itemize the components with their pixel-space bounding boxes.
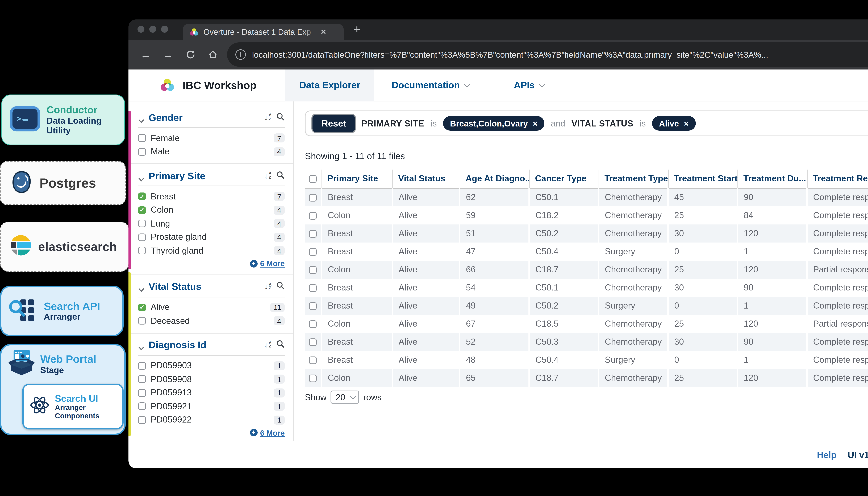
facet-option[interactable]: PD0599081 bbox=[138, 372, 285, 386]
site-info-icon[interactable]: i bbox=[236, 49, 246, 60]
column-header[interactable]: Treatment Re... bbox=[807, 170, 868, 188]
checkbox-unchecked[interactable] bbox=[138, 362, 146, 370]
facet-option[interactable]: ✓Breast7 bbox=[138, 190, 285, 203]
row-checkbox[interactable] bbox=[309, 356, 317, 364]
facet-option[interactable]: ✓Colon4 bbox=[138, 203, 285, 217]
checkbox-unchecked[interactable] bbox=[138, 375, 146, 383]
window-control-dot[interactable] bbox=[138, 26, 144, 33]
table-cell: Complete respons bbox=[807, 224, 868, 243]
tab-documentation[interactable]: Documentation bbox=[392, 69, 468, 101]
tab-close-icon[interactable]: × bbox=[321, 27, 326, 36]
sort-icon[interactable]: ↓AZ bbox=[264, 282, 272, 291]
row-checkbox[interactable] bbox=[309, 212, 317, 219]
tab-apis[interactable]: APIs bbox=[514, 69, 543, 101]
checkbox-unchecked[interactable] bbox=[138, 403, 146, 410]
facet-option[interactable]: Male4 bbox=[138, 145, 285, 158]
row-checkbox[interactable] bbox=[309, 374, 317, 382]
table-cell: 52 bbox=[460, 333, 529, 351]
window-control-dot[interactable] bbox=[161, 26, 168, 33]
row-checkbox[interactable] bbox=[309, 338, 317, 346]
facet-option-label: Deceased bbox=[151, 316, 269, 326]
table-cell: 47 bbox=[460, 243, 529, 261]
show-more-link[interactable]: 6 More bbox=[260, 429, 285, 437]
plus-circle-icon[interactable]: + bbox=[250, 429, 257, 436]
facet-count-badge: 4 bbox=[274, 219, 285, 228]
chevron-down-icon[interactable] bbox=[138, 283, 144, 289]
search-icon[interactable] bbox=[276, 280, 285, 293]
facet-option[interactable]: Prostate gland4 bbox=[138, 230, 285, 244]
table-cell: 30 bbox=[668, 224, 737, 243]
facet-option[interactable]: PD0599131 bbox=[138, 386, 285, 400]
window-control-dot[interactable] bbox=[149, 26, 156, 33]
filter-value-pill[interactable]: Alive× bbox=[652, 116, 696, 131]
back-icon[interactable]: ← bbox=[137, 46, 155, 64]
row-checkbox[interactable] bbox=[309, 194, 317, 201]
facet-option[interactable]: Thyroid gland4 bbox=[138, 244, 285, 258]
remove-filter-icon[interactable]: × bbox=[533, 119, 537, 128]
checkbox-checked[interactable]: ✓ bbox=[138, 193, 146, 200]
row-checkbox[interactable] bbox=[309, 248, 317, 255]
checkbox-unchecked[interactable] bbox=[138, 317, 146, 325]
checkbox-checked[interactable]: ✓ bbox=[138, 304, 146, 311]
facet-option[interactable]: PD0599221 bbox=[138, 413, 285, 427]
checkbox-unchecked[interactable] bbox=[138, 233, 146, 241]
checkbox-unchecked[interactable] bbox=[138, 247, 146, 254]
help-link[interactable]: Help bbox=[817, 449, 837, 460]
column-header[interactable]: Vital Status bbox=[392, 170, 460, 188]
facet-option[interactable]: ✓Alive11 bbox=[138, 300, 285, 314]
plus-circle-icon[interactable]: + bbox=[250, 260, 257, 267]
column-header[interactable]: Treatment Type bbox=[598, 170, 668, 188]
facet-option[interactable]: PD0599031 bbox=[138, 359, 285, 372]
column-header[interactable]: Treatment Start bbox=[668, 170, 737, 188]
row-checkbox[interactable] bbox=[309, 302, 317, 310]
row-checkbox[interactable] bbox=[309, 284, 317, 292]
home-icon[interactable] bbox=[204, 46, 222, 64]
table-cell: C18.7 bbox=[529, 369, 598, 387]
browser-tab[interactable]: Overture - Dataset 1 Data Exp × bbox=[183, 24, 344, 40]
column-header[interactable]: Age At Diagno... bbox=[460, 170, 529, 188]
window-controls[interactable] bbox=[138, 26, 168, 33]
sort-icon[interactable]: ↓AZ bbox=[264, 341, 272, 349]
facet-option-label: Colon bbox=[151, 205, 269, 215]
search-icon[interactable] bbox=[276, 338, 285, 351]
row-checkbox[interactable] bbox=[309, 320, 317, 328]
chevron-down-icon[interactable] bbox=[138, 173, 144, 178]
show-more-link[interactable]: 6 More bbox=[260, 259, 285, 267]
facet-option[interactable]: Deceased4 bbox=[138, 314, 285, 328]
forward-icon[interactable]: → bbox=[159, 46, 177, 64]
search-icon[interactable] bbox=[276, 111, 285, 123]
postgres-icon bbox=[9, 169, 34, 197]
new-tab-button[interactable]: + bbox=[353, 23, 360, 37]
page-size-select[interactable]: 20 bbox=[331, 390, 359, 404]
checkbox-unchecked[interactable] bbox=[138, 389, 146, 397]
chevron-down-icon[interactable] bbox=[138, 342, 144, 347]
checkbox-checked[interactable]: ✓ bbox=[138, 206, 146, 214]
filter-value-pill[interactable]: Breast,Colon,Ovary× bbox=[443, 116, 544, 131]
sort-icon[interactable]: ↓AZ bbox=[264, 171, 272, 180]
checkbox-unchecked[interactable] bbox=[138, 148, 146, 155]
facet-option[interactable]: PD0599211 bbox=[138, 400, 285, 413]
column-header[interactable]: Cancer Type bbox=[529, 170, 598, 188]
reset-filters-button[interactable]: Reset bbox=[312, 115, 355, 132]
sort-icon[interactable]: ↓AZ bbox=[264, 113, 272, 121]
column-header[interactable]: Primary Site bbox=[322, 170, 392, 188]
row-checkbox[interactable] bbox=[309, 266, 317, 274]
address-bar[interactable]: i localhost:3001/dataTableOne?filters=%7… bbox=[227, 42, 868, 67]
checkbox-unchecked[interactable] bbox=[138, 416, 146, 424]
url-text[interactable]: localhost:3001/dataTableOne?filters=%7B"… bbox=[252, 50, 861, 59]
facet-option[interactable]: Lung4 bbox=[138, 217, 285, 230]
facet-divider bbox=[138, 186, 285, 186]
reload-icon[interactable] bbox=[181, 46, 199, 64]
table-cell: C18.7 bbox=[529, 261, 598, 279]
column-header[interactable]: Treatment Du... bbox=[737, 170, 807, 188]
remove-filter-icon[interactable]: × bbox=[684, 119, 689, 128]
checkbox-unchecked[interactable] bbox=[138, 134, 146, 142]
checkbox-unchecked[interactable] bbox=[138, 220, 146, 228]
row-checkbox[interactable] bbox=[309, 230, 317, 237]
search-icon[interactable] bbox=[276, 169, 285, 182]
select-all-checkbox[interactable] bbox=[309, 175, 317, 183]
tab-data-explorer[interactable]: Data Explorer bbox=[285, 69, 374, 101]
chevron-down-icon[interactable] bbox=[138, 114, 144, 120]
facet-option[interactable]: Female7 bbox=[138, 131, 285, 145]
row-select-cell bbox=[305, 261, 322, 279]
